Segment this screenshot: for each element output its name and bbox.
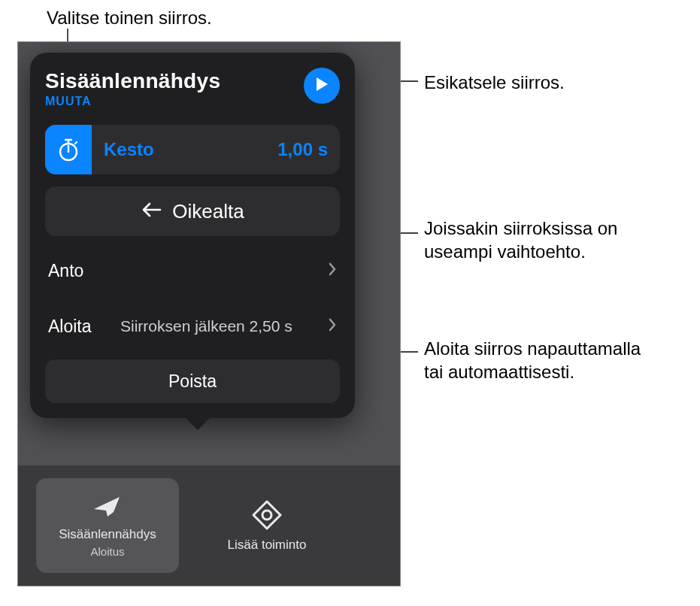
chevron-right-icon [328,262,337,280]
direction-label: Oikealta [172,200,244,223]
duration-value: 1,00 s [277,139,328,160]
start-label: Aloita [48,317,120,337]
stopwatch-icon [45,125,92,174]
tile-add-action[interactable]: Lisää toiminto [195,478,338,573]
svg-point-0 [262,511,271,520]
toolbar: Sisäänlennähdys Aloitus Lisää toiminto [18,465,400,586]
device-frame: Sisäänlennähdys Aloitus Lisää toiminto S… [17,41,401,586]
direction-button[interactable]: Oikealta [45,186,340,236]
popover-title: Sisäänlennähdys [45,69,220,93]
remove-label: Poista [168,371,217,392]
transition-popover: Sisäänlennähdys MUUTA Kesto 1,00 [30,53,355,418]
paper-plane-icon [91,494,124,524]
change-button[interactable]: MUUTA [45,95,220,108]
start-value: Siirroksen jälkeen 2,50 s [120,317,328,335]
action-icon [250,498,283,535]
duration-control[interactable]: Kesto 1,00 s [45,125,340,174]
tile-build-in-title: Sisäänlennähdys [59,527,156,542]
tile-build-in[interactable]: Sisäänlennähdys Aloitus [36,478,179,573]
svg-line-5 [75,142,77,144]
arrow-left-icon [141,200,162,223]
acceleration-label: Anto [48,261,120,281]
start-row[interactable]: Aloita Siirroksen jälkeen 2,50 s [45,305,340,347]
tile-build-in-sub: Aloitus [90,545,124,558]
acceleration-row[interactable]: Anto [45,250,340,292]
remove-button[interactable]: Poista [45,359,340,403]
chevron-right-icon [328,317,337,335]
play-icon [314,76,329,95]
tile-add-action-title: Lisää toiminto [228,538,307,553]
preview-button[interactable] [304,68,340,104]
duration-label: Kesto [92,139,277,160]
